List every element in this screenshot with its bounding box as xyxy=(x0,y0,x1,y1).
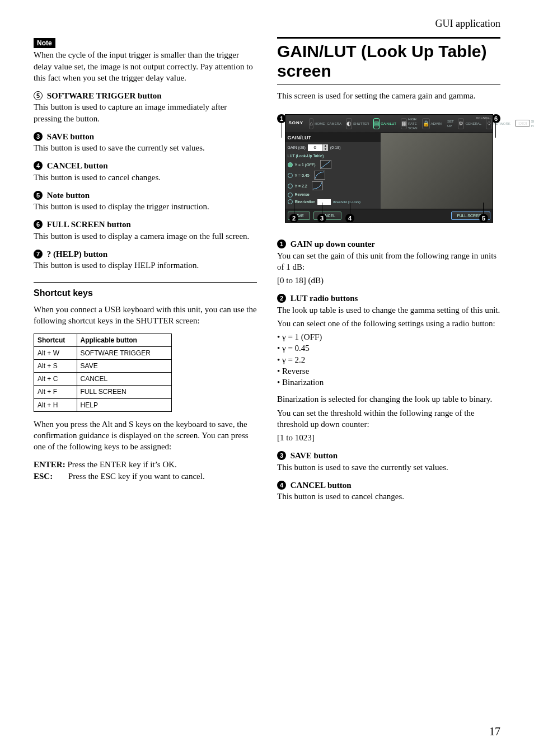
table-header-row: Shortcut Applicable button xyxy=(34,334,172,346)
r-item2-p2: You can select one of the following sett… xyxy=(277,318,500,329)
enter-line: ENTER: Press the ENTER key if it’s OK. xyxy=(34,459,257,470)
marker-5: 5 xyxy=(34,191,43,200)
cell: CANCEL xyxy=(77,373,172,386)
item-note-title: Note button xyxy=(45,191,90,200)
opt-label: Y = 0.45 xyxy=(295,173,310,178)
r-item2-title: LUT radio buttons xyxy=(288,294,358,303)
r-item1-body: You can set the gain of this unit from t… xyxy=(277,250,500,273)
r-item2-head: 2 LUT radio buttons xyxy=(277,293,500,304)
page-number: 17 xyxy=(489,724,500,739)
gainlut-icon[interactable]: ▤ xyxy=(373,118,380,129)
esc-key: ESC: xyxy=(34,471,68,482)
tab-shutter: SHUTTER xyxy=(353,121,369,126)
table-row: Alt + SSAVE xyxy=(34,359,172,372)
list-item: γ = 2.2 xyxy=(277,354,500,365)
opt-label: Reverse xyxy=(295,192,310,197)
gain-row: GAIN (dB) 0 ▲▼ (0-18) xyxy=(288,144,379,151)
running-header: GUI application xyxy=(34,17,500,30)
leader-line xyxy=(322,203,322,214)
item-note-body: This button is used to display the trigg… xyxy=(34,201,257,212)
radio-icon[interactable] xyxy=(288,173,293,178)
item-cancel-title: CANCEL button xyxy=(45,161,108,170)
step-down-icon[interactable]: ▼ xyxy=(322,148,328,151)
radio-icon[interactable] xyxy=(288,162,293,167)
gui-window: SONY ⌂HOME CAMERA ◐SHUTTER ▤GAIN/LUT ▦HI… xyxy=(285,114,493,223)
brand-label: SONY xyxy=(289,120,304,126)
table-row: Alt + WSOFTWARE TRIGGER xyxy=(34,346,172,359)
right-column: GAIN/LUT (Look Up Table) screen This scr… xyxy=(277,37,500,509)
curve-icon xyxy=(312,181,323,190)
item-fullscreen-title: FULL SCREEN button xyxy=(45,220,131,229)
enter-key: ENTER: xyxy=(34,459,65,470)
shutter-icon[interactable]: ◐ xyxy=(346,118,352,129)
stepper-buttons[interactable]: ▲▼ xyxy=(322,144,328,151)
item-software-trigger-body: This button is used to capture an image … xyxy=(34,101,257,124)
panel-title: GAIN/LUT xyxy=(285,133,381,142)
left-column: Note When the cycle of the input trigger… xyxy=(34,37,257,509)
marker-5-hollow: 5 xyxy=(34,91,43,100)
item-software-trigger-title: SOFTWARE TRIGGER button xyxy=(45,91,162,100)
lut-option-3[interactable]: Y = 2.2 xyxy=(288,181,379,190)
r-item4-body: This button is used to cancel changes. xyxy=(277,491,500,502)
marker-1: 1 xyxy=(277,240,286,248)
serial-icon[interactable]: IOIOI xyxy=(515,120,530,127)
gui-toolbar: SONY ⌂HOME CAMERA ◐SHUTTER ▤GAIN/LUT ▦HI… xyxy=(285,115,493,133)
cell: Alt + S xyxy=(34,359,77,372)
table-row: Alt + FFULL SCREEN xyxy=(34,386,172,398)
threshold-label: threshold (1-1023) xyxy=(333,200,360,204)
radio-icon[interactable] xyxy=(288,199,293,204)
threshold-input[interactable] xyxy=(317,199,331,205)
esc-line: ESC:Press the ESC key if you want to can… xyxy=(34,471,257,482)
gui-figure: 1 6 SONY ⌂HOME CAMERA ◐SHUTTER ▤GAIN/LUT… xyxy=(277,114,500,223)
item-fullscreen-head: 6 FULL SCREEN button xyxy=(34,219,257,230)
item-fullscreen-body: This button is used to display a camera … xyxy=(34,231,257,242)
tab-serial: SERIAL I/F xyxy=(531,119,534,128)
tab-gainlut: GAIN/LUT xyxy=(381,121,396,126)
r-item3-body: This button is used to save the currentl… xyxy=(277,462,500,473)
highrate-icon[interactable]: ▦ xyxy=(401,118,407,129)
curve-icon xyxy=(314,171,325,180)
list-item: γ = 1 (OFF) xyxy=(277,331,500,342)
curve-icon xyxy=(320,160,331,169)
radio-icon[interactable] xyxy=(288,192,293,198)
r-item2-p1: The look up table is used to change the … xyxy=(277,304,500,316)
item-cancel-body: This button is used to cancel changes. xyxy=(34,172,257,183)
model-label: XCI-SX1 xyxy=(476,116,489,120)
tab-admin: ADMIN xyxy=(431,121,442,126)
opt-label: Binarization xyxy=(295,199,316,204)
enter-val: Press the ENTER key if it’s OK. xyxy=(65,460,177,469)
lut-option-4[interactable]: Reverse xyxy=(288,192,379,197)
tab-general: GENERAL xyxy=(465,121,481,126)
r-item2-p4: You can set the threshold within the fol… xyxy=(277,407,500,430)
note-paragraph: When the cycle of the input trigger is s… xyxy=(34,49,257,83)
note-badge: Note xyxy=(34,38,55,48)
r-item4-head: 4 CANCEL button xyxy=(277,480,500,491)
gain-stepper[interactable]: 0 ▲▼ xyxy=(308,144,328,151)
radio-icon[interactable] xyxy=(288,184,293,189)
marker-3: 3 xyxy=(34,132,43,141)
tab-highrate: HIGH RATE SCAN xyxy=(408,117,418,130)
marker-2: 2 xyxy=(277,294,286,303)
leader-line xyxy=(294,203,294,214)
table-header-shortcut: Shortcut xyxy=(34,334,77,346)
item-save-head: 3 SAVE button xyxy=(34,131,257,142)
item-software-trigger-head: 5 SOFTWARE TRIGGER button xyxy=(34,90,257,101)
cell: Alt + W xyxy=(34,346,77,359)
r-item3-head: 3 SAVE button xyxy=(277,450,500,461)
cell: Alt + H xyxy=(34,398,77,411)
gain-label: GAIN (dB) xyxy=(288,145,306,150)
list-item: γ = 0.45 xyxy=(277,342,500,354)
lut-option-5[interactable]: Binarizationthreshold (1-1023) xyxy=(288,199,379,205)
general-icon[interactable]: ⚙ xyxy=(458,118,464,129)
lut-option-2[interactable]: Y = 0.45 xyxy=(288,171,379,180)
leader-line xyxy=(350,203,350,214)
shortcut-intro: When you connect a USB keyboard with thi… xyxy=(34,304,257,327)
r-item1-head: 1 GAIN up down counter xyxy=(277,238,500,250)
list-item: Binarization xyxy=(277,377,500,388)
home-icon[interactable]: ⌂ xyxy=(309,118,313,129)
admin-icon[interactable]: 🔒 xyxy=(422,118,430,129)
r-item1-title: GAIN up down counter xyxy=(288,240,375,248)
intro-paragraph: This screen is used for setting the came… xyxy=(277,90,500,101)
shortcut-table: Shortcut Applicable button Alt + WSOFTWA… xyxy=(34,334,172,412)
lut-option-1[interactable]: Y = 1 (OFF) xyxy=(288,160,379,169)
